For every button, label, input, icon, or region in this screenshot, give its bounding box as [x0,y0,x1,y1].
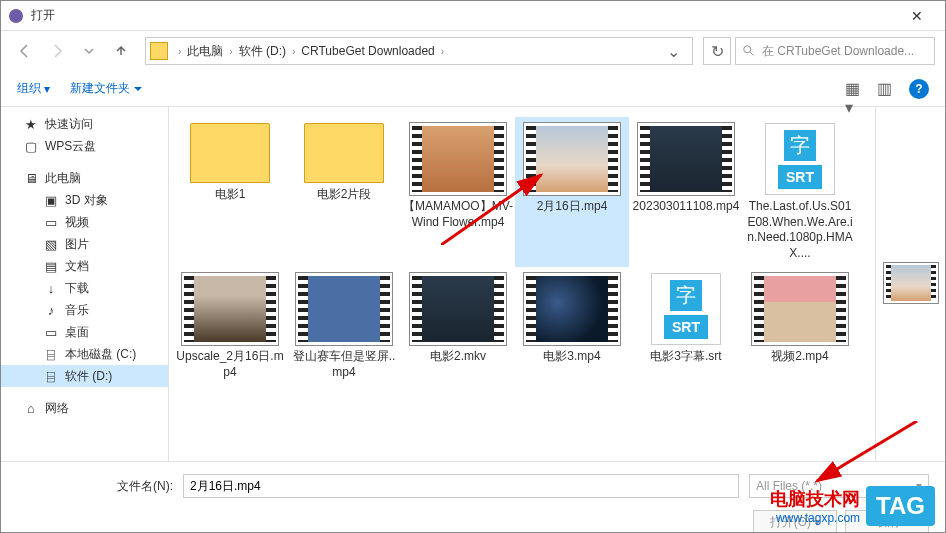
watermark: 电脑技术网 www.tagxp.com TAG [770,486,935,526]
file-srt[interactable]: 字SRTThe.Last.of.Us.S01E08.When.We.Are.in… [743,117,857,267]
folder-icon [304,123,384,183]
image-icon: ▧ [43,236,59,252]
folder-icon [150,42,168,60]
video-thumb [638,123,734,195]
preview-thumbnail [884,263,938,303]
download-icon: ↓ [43,280,59,296]
chevron-right-icon[interactable]: › [437,46,448,57]
sidebar-downloads[interactable]: ↓下载 [1,277,168,299]
file-video[interactable]: 电影3.mp4 [515,267,629,386]
view-icons-button[interactable]: ▦ ▾ [845,79,865,99]
music-icon: ♪ [43,302,59,318]
drive-icon: ⌸ [43,368,59,384]
cube-icon: ▣ [43,192,59,208]
chevron-right-icon[interactable]: › [174,46,185,57]
main-area: ★快速访问 ▢WPS云盘 🖥此电脑 ▣3D 对象 ▭视频 ▧图片 ▤文档 ↓下载… [1,107,945,461]
watermark-tag: TAG [866,486,935,526]
sidebar-desktop[interactable]: ▭桌面 [1,321,168,343]
search-placeholder: 在 CRTubeGet Downloade... [762,43,914,60]
breadcrumb-segment[interactable]: 此电脑 [185,43,225,60]
breadcrumb-segment[interactable]: 软件 (D:) [237,43,288,60]
sidebar-network[interactable]: ⌂网络 [1,397,168,419]
folder-icon [190,123,270,183]
breadcrumb-segment[interactable]: CRTubeGet Downloaded [299,44,436,58]
watermark-url: www.tagxp.com [770,511,860,525]
file-video[interactable]: 【MAMAMOO】MV- Wind Flower.mp4 [401,117,515,267]
file-srt[interactable]: 字SRT电影3字幕.srt [629,267,743,386]
pc-icon: 🖥 [23,170,39,186]
file-video[interactable]: 202303011108.mp4 [629,117,743,267]
sidebar-drive-c[interactable]: ⌸本地磁盘 (C:) [1,343,168,365]
watermark-cn: 电脑技术网 [770,487,860,511]
sidebar-pictures[interactable]: ▧图片 [1,233,168,255]
video-thumb [410,123,506,195]
file-video[interactable]: 登山赛车但是竖屏..mp4 [287,267,401,386]
video-icon: ▭ [43,214,59,230]
filename-input[interactable] [183,474,739,498]
file-video-selected[interactable]: 2月16日.mp4 [515,117,629,267]
address-dropdown[interactable]: ⌄ [659,42,688,61]
document-icon: ▤ [43,258,59,274]
video-thumb [410,273,506,345]
star-icon: ★ [23,116,39,132]
video-thumb [524,273,620,345]
sidebar-this-pc[interactable]: 🖥此电脑 [1,167,168,189]
video-thumb [752,273,848,345]
filename-label: 文件名(N): [17,478,173,495]
cloud-icon: ▢ [23,138,39,154]
new-folder-button[interactable]: 新建文件夹 [70,80,142,97]
sidebar-music[interactable]: ♪音乐 [1,299,168,321]
app-icon [9,9,23,23]
search-icon [742,44,756,58]
sidebar-documents[interactable]: ▤文档 [1,255,168,277]
video-thumb [524,123,620,195]
srt-icon: 字SRT [651,273,721,345]
video-thumb [296,273,392,345]
recent-dropdown[interactable] [75,37,103,65]
sidebar-wps[interactable]: ▢WPS云盘 [1,135,168,157]
file-video[interactable]: 视频2.mp4 [743,267,857,386]
titlebar: 打开 ✕ [1,1,945,31]
srt-icon: 字SRT [765,123,835,195]
file-folder[interactable]: 电影2片段 [287,117,401,267]
forward-button[interactable] [43,37,71,65]
svg-point-0 [744,46,751,53]
drive-icon: ⌸ [43,346,59,362]
file-content: 电影1 电影2片段 【MAMAMOO】MV- Wind Flower.mp4 2… [169,107,875,461]
navbar: › 此电脑 › 软件 (D:) › CRTubeGet Downloaded ›… [1,31,945,71]
window-title: 打开 [31,7,897,24]
close-button[interactable]: ✕ [897,8,937,24]
help-button[interactable]: ? [909,79,929,99]
file-video[interactable]: Upscale_2月16日.mp4 [173,267,287,386]
desktop-icon: ▭ [43,324,59,340]
sidebar-drive-d[interactable]: ⌸软件 (D:) [1,365,168,387]
up-button[interactable] [107,37,135,65]
address-bar[interactable]: › 此电脑 › 软件 (D:) › CRTubeGet Downloaded ›… [145,37,693,65]
view-list-button[interactable]: ▥ [877,79,897,99]
preview-pane [875,107,945,461]
video-thumb [182,273,278,345]
sidebar-quick-access[interactable]: ★快速访问 [1,113,168,135]
search-input[interactable]: 在 CRTubeGet Downloade... [735,37,935,65]
chevron-right-icon[interactable]: › [225,46,236,57]
network-icon: ⌂ [23,400,39,416]
back-button[interactable] [11,37,39,65]
organize-menu[interactable]: 组织 ▾ [17,80,50,97]
refresh-button[interactable]: ↻ [703,37,731,65]
file-grid: 电影1 电影2片段 【MAMAMOO】MV- Wind Flower.mp4 2… [169,107,875,397]
file-video[interactable]: 电影2.mkv [401,267,515,386]
file-folder[interactable]: 电影1 [173,117,287,267]
toolbar: 组织 ▾ 新建文件夹 ▦ ▾ ▥ ? [1,71,945,107]
sidebar-videos[interactable]: ▭视频 [1,211,168,233]
sidebar: ★快速访问 ▢WPS云盘 🖥此电脑 ▣3D 对象 ▭视频 ▧图片 ▤文档 ↓下载… [1,107,169,461]
chevron-right-icon[interactable]: › [288,46,299,57]
sidebar-3d-objects[interactable]: ▣3D 对象 [1,189,168,211]
